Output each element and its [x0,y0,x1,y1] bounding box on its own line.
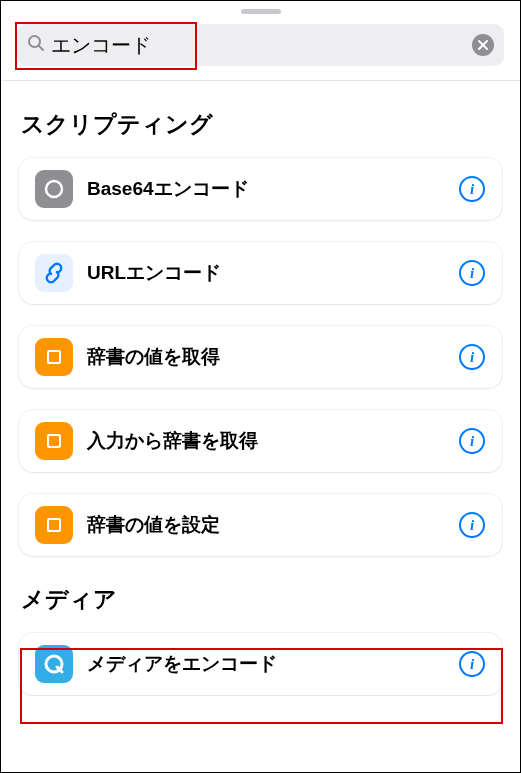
clear-search-button[interactable] [472,34,494,56]
svg-rect-10 [49,520,59,530]
quicktime-icon [35,645,73,683]
info-button[interactable]: i [458,511,486,539]
info-button[interactable]: i [458,175,486,203]
action-encode-media[interactable]: メディアをエンコード i [19,633,502,695]
dictionary-icon [35,422,73,460]
action-get-dictionary-value[interactable]: 辞書の値を取得 i [19,326,502,388]
action-label: 辞書の値を設定 [87,512,458,538]
action-label: Base64エンコード [87,176,458,202]
action-set-dictionary-value[interactable]: 辞書の値を設定 i [19,494,502,556]
svg-point-4 [46,181,62,197]
action-label: URLエンコード [87,260,458,286]
action-label: 入力から辞書を取得 [87,428,458,454]
dictionary-icon [35,338,73,376]
results-content: スクリプティング Base64エンコード i URLエンコード i 辞書の値を取… [1,109,520,695]
search-input[interactable] [51,34,472,57]
info-button[interactable]: i [458,427,486,455]
info-button[interactable]: i [458,650,486,678]
dictionary-icon [35,506,73,544]
svg-rect-6 [49,352,59,362]
action-label: メディアをエンコード [87,651,458,677]
action-label: 辞書の値を取得 [87,344,458,370]
drag-grabber[interactable] [241,9,281,14]
action-get-dictionary-from-input[interactable]: 入力から辞書を取得 i [19,410,502,472]
svg-line-1 [39,46,43,50]
search-icon [27,34,45,56]
search-bar[interactable] [17,24,504,66]
link-icon [35,254,73,292]
search-container [1,24,520,81]
info-button[interactable]: i [458,259,486,287]
info-button[interactable]: i [458,343,486,371]
section-title-media: メディア [21,584,502,615]
action-base64-encode[interactable]: Base64エンコード i [19,158,502,220]
section-title-scripting: スクリプティング [21,109,502,140]
action-url-encode[interactable]: URLエンコード i [19,242,502,304]
svg-rect-8 [49,436,59,446]
base64-icon [35,170,73,208]
